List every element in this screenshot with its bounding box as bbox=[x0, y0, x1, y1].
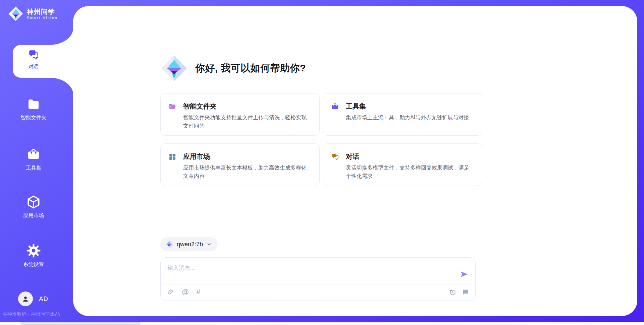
sidebar-item-smart-folder[interactable]: 智能文件夹 bbox=[0, 98, 67, 121]
card-title: 对话 bbox=[346, 152, 474, 160]
card-description: 灵活切换多模型文件，支持多样回复效果调试，满足个性化需求 bbox=[346, 164, 474, 180]
grid-cube-icon bbox=[168, 153, 176, 161]
card-title: 工具集 bbox=[346, 102, 474, 110]
chevron-down-icon bbox=[206, 241, 212, 247]
card-chat[interactable]: 对话 灵活切换多模型文件，支持多样回复效果调试，满足个性化需求 bbox=[323, 143, 482, 186]
gear-icon bbox=[26, 243, 41, 258]
user-account[interactable]: AD bbox=[18, 291, 48, 306]
tab-fillet-top bbox=[50, 28, 73, 45]
card-app-market[interactable]: 应用市场 应用市场提供丰富长文本模板，助力高效生成多样化文章内容 bbox=[160, 143, 320, 186]
folder-open-icon bbox=[168, 103, 176, 111]
brand: 神州问学 Smart Vision bbox=[8, 6, 58, 21]
greeting-title: 你好, 我可以如何帮助你? bbox=[195, 62, 306, 75]
at-icon[interactable]: @ bbox=[182, 288, 189, 296]
chat-bubble-icon[interactable] bbox=[462, 288, 469, 296]
user-name: AD bbox=[39, 295, 48, 303]
briefcase-icon bbox=[331, 103, 339, 111]
sidebar-item-label: 系统设置 bbox=[23, 261, 44, 268]
brand-subtitle: Smart Vision bbox=[27, 16, 58, 20]
briefcase-icon bbox=[26, 147, 41, 161]
scrollbar-thumb[interactable] bbox=[20, 322, 141, 325]
brand-logo-diamond-gem-icon bbox=[8, 6, 23, 21]
sidebar-item-settings[interactable]: 系统设置 bbox=[0, 243, 67, 268]
send-plane-icon[interactable] bbox=[460, 270, 469, 279]
card-description: 智能文件夹功能支持批量文件上传与清洗，轻松实现文件问答 bbox=[183, 113, 311, 130]
greeting-block: 你好, 我可以如何帮助你? bbox=[160, 55, 306, 82]
hash-icon[interactable]: # bbox=[196, 288, 200, 296]
card-toolset[interactable]: 工具集 集成市场上主流工具，助力AI与外界无缝扩展与对接 bbox=[323, 93, 482, 136]
sidebar-item-app-market[interactable]: 应用市场 bbox=[0, 195, 67, 219]
card-description: 应用市场提供丰富长文本模板，助力高效生成多样化文章内容 bbox=[183, 164, 311, 180]
main-column: 你好, 我可以如何帮助你? 智能文件夹 智能文件夹功能支持批量文件上传与清洗，轻… bbox=[160, 6, 482, 316]
message-input[interactable] bbox=[167, 262, 442, 274]
composer-right-tools bbox=[449, 288, 469, 296]
paperclip-icon[interactable] bbox=[167, 288, 174, 296]
card-description: 集成市场上主流工具，助力AI与外界无缝扩展与对接 bbox=[346, 113, 474, 122]
composer-left-tools: @ # bbox=[167, 288, 200, 296]
history-icon[interactable] bbox=[449, 288, 457, 296]
chat-bubbles-icon bbox=[331, 153, 339, 161]
sidebar-item-chat[interactable]: 对话 bbox=[0, 49, 67, 70]
composer-divider bbox=[161, 284, 475, 284]
brand-text: 神州问学 Smart Vision bbox=[27, 8, 58, 20]
chat-bubbles-icon bbox=[28, 49, 39, 60]
model-selector[interactable]: qwen2:7b bbox=[160, 237, 218, 251]
horizontal-scrollbar[interactable] bbox=[0, 322, 644, 325]
avatar[interactable] bbox=[18, 291, 33, 306]
card-title: 应用市场 bbox=[183, 152, 311, 160]
sidebar-item-label: 对话 bbox=[29, 63, 39, 70]
card-smart-folder[interactable]: 智能文件夹 智能文件夹功能支持批量文件上传与清洗，轻松实现文件问答 bbox=[160, 93, 320, 136]
model-diamond-gem-icon bbox=[165, 240, 173, 249]
card-title: 智能文件夹 bbox=[183, 102, 311, 110]
copyright-footer: ©神州数码 · 神州问学出品 bbox=[3, 311, 74, 317]
brand-name: 神州问学 bbox=[27, 8, 58, 16]
cube-icon bbox=[26, 195, 41, 209]
person-icon bbox=[21, 295, 30, 303]
sidebar-item-label: 工具集 bbox=[26, 165, 42, 172]
folder-icon bbox=[26, 98, 41, 111]
feature-cards-grid: 智能文件夹 智能文件夹功能支持批量文件上传与清洗，轻松实现文件问答 工具集 集成… bbox=[160, 93, 482, 186]
sidebar-item-label: 应用市场 bbox=[23, 212, 44, 219]
greeting-diamond-gem-icon bbox=[160, 55, 188, 82]
model-name: qwen2:7b bbox=[177, 241, 203, 248]
message-composer: @ # bbox=[160, 257, 476, 301]
sidebar-item-label: 智能文件夹 bbox=[20, 114, 47, 121]
sidebar-item-toolset[interactable]: 工具集 bbox=[0, 147, 67, 172]
tab-fillet-bottom bbox=[50, 78, 73, 94]
